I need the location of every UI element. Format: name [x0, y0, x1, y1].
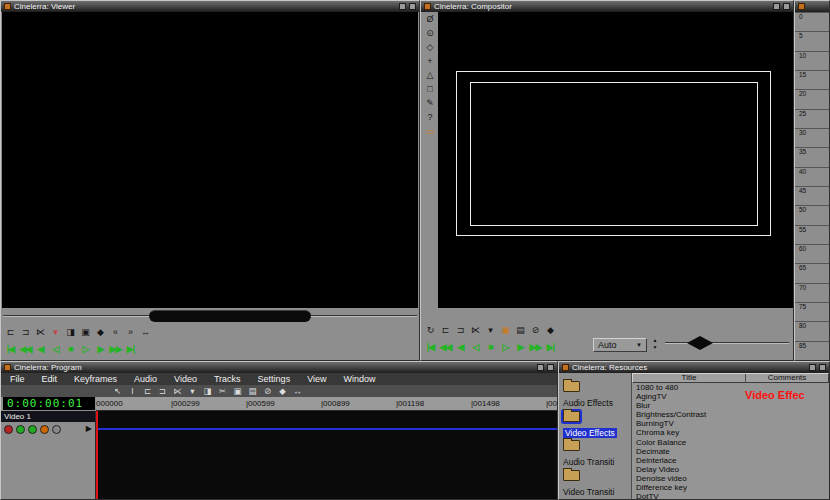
effect-list-item[interactable]: Brightness/Contrast	[632, 410, 829, 419]
tool-info-icon[interactable]: ?	[424, 112, 437, 123]
next-label-button[interactable]: »	[124, 326, 137, 338]
slider-knob[interactable]	[687, 336, 713, 350]
mute-toggle[interactable]	[52, 425, 61, 434]
overwrite-button[interactable]: ▾	[49, 326, 62, 338]
track-title[interactable]: Video 1	[1, 411, 95, 422]
compositor-scrub-slider[interactable]	[665, 335, 789, 351]
zoom-spinner[interactable]: ▲ ▼	[649, 337, 661, 353]
in-point-button[interactable]: ⊏	[141, 385, 154, 397]
fast-reverse-button[interactable]: ◀◀	[19, 342, 32, 356]
menu-item[interactable]: Window	[344, 373, 376, 385]
effect-list-item[interactable]: BurningTV	[632, 419, 829, 428]
paste-button[interactable]: ▤	[246, 385, 259, 397]
stop-button[interactable]: ■	[64, 342, 77, 356]
menu-item[interactable]: Tracks	[214, 373, 241, 385]
effect-list-item[interactable]: Color Balance	[632, 438, 829, 447]
effect-list-item[interactable]: Blur	[632, 401, 829, 410]
slider-knob[interactable]	[149, 310, 311, 322]
frame-reverse-button[interactable]: ◁	[469, 340, 482, 354]
column-header-title[interactable]: Title	[633, 374, 746, 382]
play-button[interactable]: ▶	[514, 340, 527, 354]
effect-list-item[interactable]: DotTV	[632, 492, 829, 499]
close-button[interactable]	[819, 364, 826, 371]
fast-forward-button[interactable]: ▶▶	[529, 340, 542, 354]
menu-item[interactable]: Audio	[134, 373, 157, 385]
jump-end-button[interactable]: ▶|	[124, 342, 137, 356]
effect-list-item[interactable]: Deinterlace	[632, 456, 829, 465]
fast-forward-button[interactable]: ▶▶	[109, 342, 122, 356]
resource-folder[interactable]: Audio Transiti	[559, 440, 631, 470]
rewind-button[interactable]: |◀	[4, 342, 17, 356]
copy-button[interactable]: ▣	[231, 385, 244, 397]
to-clip-button[interactable]: ◨	[64, 326, 77, 338]
frame-reverse-button[interactable]: ◁	[49, 342, 62, 356]
splice-button[interactable]: ⋉	[34, 326, 47, 338]
menu-item[interactable]: File	[10, 373, 25, 385]
clear-button[interactable]: ⊘	[529, 324, 542, 336]
close-button[interactable]	[547, 364, 554, 371]
minimize-button[interactable]	[809, 364, 816, 371]
compositor-canvas[interactable]	[438, 12, 793, 308]
rewind-button[interactable]: |◀	[424, 340, 437, 354]
ibeam-mode-button[interactable]: I	[126, 385, 139, 397]
stop-button[interactable]: ■	[484, 340, 497, 354]
timecode-display[interactable]: 0:00:00:01	[3, 397, 95, 410]
fast-reverse-button[interactable]: ◀◀	[439, 340, 452, 354]
spinner-up-icon[interactable]: ▲	[649, 337, 661, 344]
effect-list-item[interactable]: Denoise video	[632, 474, 829, 483]
zoom-dropdown[interactable]: Auto ▼	[593, 338, 647, 352]
splice-button[interactable]: ⋉	[171, 385, 184, 397]
resource-folder[interactable]: Video Transiti	[559, 470, 631, 500]
column-header-comments[interactable]: Comments	[746, 374, 828, 382]
fit-button[interactable]: ↔	[291, 385, 304, 397]
compositor-titlebar[interactable]: Cinelerra: Compositor	[421, 1, 793, 12]
minimize-button[interactable]	[399, 3, 406, 10]
eyedropper-icon[interactable]: ✎	[424, 98, 437, 109]
out-point-button[interactable]: ⊐	[156, 385, 169, 397]
in-point-button[interactable]: ⊏	[4, 326, 17, 338]
in-point-button[interactable]: ⊏	[439, 324, 452, 336]
effect-list-item[interactable]: Chroma key	[632, 428, 829, 437]
effect-list-item[interactable]: Delay Video	[632, 465, 829, 474]
frame-forward-button[interactable]: ▷	[79, 342, 92, 356]
minimize-button[interactable]	[537, 364, 544, 371]
projector-icon[interactable]: △	[424, 70, 437, 81]
clear-button[interactable]: ⊘	[261, 385, 274, 397]
label-button[interactable]: ◆	[544, 324, 557, 336]
minimize-button[interactable]	[773, 3, 780, 10]
record-toggle[interactable]	[4, 425, 13, 434]
copy-button[interactable]: ▣	[499, 324, 512, 336]
play-reverse-button[interactable]: ◀	[34, 342, 47, 356]
jump-end-button[interactable]: ▶|	[544, 340, 557, 354]
play-toggle[interactable]	[16, 425, 25, 434]
resources-titlebar[interactable]: Cinelerra: Resources	[559, 362, 829, 373]
menu-item[interactable]: Video	[174, 373, 197, 385]
prev-label-button[interactable]: «	[109, 326, 122, 338]
arrow-mode-button[interactable]: ↖	[111, 385, 124, 397]
out-point-button[interactable]: ⊐	[19, 326, 32, 338]
menu-item[interactable]: Edit	[42, 373, 58, 385]
camera-icon[interactable]: +	[424, 56, 437, 67]
meter-titlebar[interactable]	[795, 1, 829, 12]
to-clip-button[interactable]: ◨	[201, 385, 214, 397]
timebar-ruler[interactable]: 000000|000299|000599|000899|001198|00149…	[96, 397, 557, 411]
label-button[interactable]: ◆	[276, 385, 289, 397]
close-button[interactable]	[783, 3, 790, 10]
frame-forward-button[interactable]: ▷	[499, 340, 512, 354]
crop-icon[interactable]: □	[424, 84, 437, 95]
mask-icon[interactable]: ◇	[424, 42, 437, 53]
effect-list-item[interactable]: Decimate	[632, 447, 829, 456]
menu-item[interactable]: Settings	[258, 373, 291, 385]
loop-button[interactable]: ↻	[424, 324, 437, 336]
play-button[interactable]: ▶	[94, 342, 107, 356]
out-point-button[interactable]: ⊐	[454, 324, 467, 336]
resource-folder[interactable]: Video Effects	[559, 411, 631, 441]
copy-button[interactable]: ▣	[79, 326, 92, 338]
splice-button[interactable]: ⋉	[469, 324, 482, 336]
program-titlebar[interactable]: Cinelerra: Program	[1, 362, 557, 373]
magnify-icon[interactable]: ⊙	[424, 28, 437, 39]
overwrite-button[interactable]: ▾	[484, 324, 497, 336]
viewer-scrub-slider[interactable]	[3, 308, 417, 324]
cut-button[interactable]: ✂	[216, 385, 229, 397]
menu-item[interactable]: View	[307, 373, 326, 385]
